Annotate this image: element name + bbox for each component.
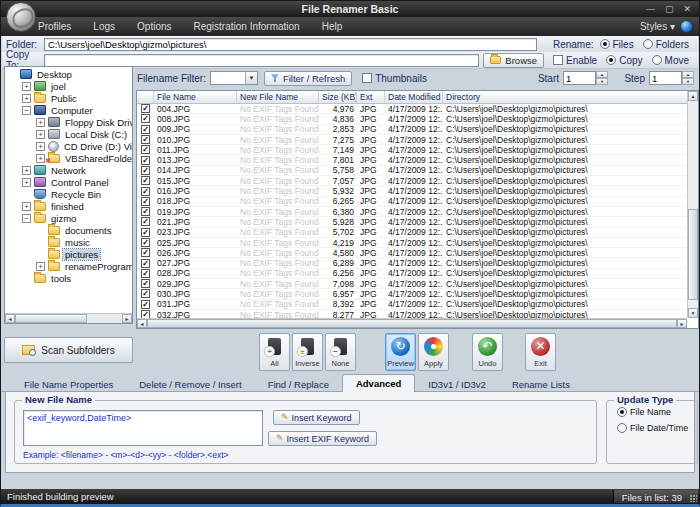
spin-up-icon[interactable]: ▲ (596, 71, 608, 78)
filename-filter-select[interactable]: ▼ (210, 71, 258, 85)
all-button[interactable]: All (259, 333, 290, 371)
table-row-018-jpg[interactable]: ✓018.JPGNo EXIF Tags Found6,265JPG4/17/2… (137, 197, 687, 207)
spin-down-icon[interactable]: ▼ (682, 78, 694, 85)
row-checkbox[interactable]: ✓ (141, 197, 150, 206)
column-header-file-name[interactable]: File Name (154, 91, 237, 104)
folders-radio[interactable] (643, 39, 653, 49)
row-checkbox[interactable]: ✓ (141, 289, 150, 298)
row-checkbox[interactable]: ✓ (141, 187, 150, 196)
tree-item-documents[interactable]: documents (5, 224, 132, 236)
column-header-ext[interactable]: Ext (357, 91, 385, 104)
expander-icon[interactable]: + (36, 142, 45, 151)
menu-item-help[interactable]: Help (311, 17, 354, 36)
table-row-023-jpg[interactable]: ✓023.JPGNo EXIF Tags Found5,702JPG4/17/2… (137, 228, 687, 238)
tree-item-floppy-disk-drive-a[interactable]: +Floppy Disk Drive (A:) (5, 116, 132, 128)
table-row-019-jpg[interactable]: ✓019.JPGNo EXIF Tags Found6,380JPG4/17/2… (137, 207, 687, 217)
none-button[interactable]: None (325, 333, 356, 371)
column-header-date-modified[interactable]: Date Modified (385, 91, 443, 104)
tree-item-music[interactable]: music (5, 236, 132, 248)
table-row-010-jpg[interactable]: ✓010.JPGNo EXIF Tags Found7,275JPG4/17/2… (137, 135, 687, 145)
table-row-028-jpg[interactable]: ✓028.JPGNo EXIF Tags Found6,256JPG4/17/2… (137, 269, 687, 279)
tab-id3v1-id3v2[interactable]: ID3v1 / ID3v2 (415, 376, 499, 392)
row-checkbox[interactable]: ✓ (141, 248, 150, 257)
table-row-030-jpg[interactable]: ✓030.JPGNo EXIF Tags Found6,957JPG4/17/2… (137, 289, 687, 299)
tree-item-cd-drive-d-virtualbox-guest[interactable]: +CD Drive (D:) VirtualBox Guest (5, 140, 132, 152)
expander-icon[interactable]: + (22, 202, 31, 211)
copy-to-input[interactable] (44, 54, 479, 67)
step-spinner[interactable]: ▲▼ (682, 71, 694, 85)
tab-rename-lists[interactable]: Rename Lists (499, 376, 583, 392)
copy-radio[interactable] (606, 55, 616, 65)
start-input[interactable] (563, 71, 596, 85)
scroll-right-icon[interactable]: ► (677, 319, 687, 328)
menu-item-options[interactable]: Options (126, 17, 182, 36)
table-row-032-jpg[interactable]: ✓032.JPGNo EXIF Tags Found8,277JPG4/17/2… (137, 310, 687, 318)
files-radio[interactable] (600, 39, 610, 49)
undo-button[interactable]: ↶Undo (472, 333, 503, 371)
column-header-new-file-name[interactable]: New File Name (237, 91, 319, 104)
expander-icon[interactable]: + (22, 178, 31, 187)
row-checkbox[interactable]: ✓ (141, 238, 150, 247)
table-row-008-jpg[interactable]: ✓008.JPGNo EXIF Tags Found4,836JPG4/17/2… (137, 114, 687, 124)
thumbnails-checkbox[interactable] (362, 73, 372, 83)
tree-item-desktop[interactable]: Desktop (5, 68, 132, 80)
tree-horizontal-scrollbar[interactable]: ◄ ► (5, 313, 132, 323)
table-row-009-jpg[interactable]: ✓009.JPGNo EXIF Tags Found2,853JPG4/17/2… (137, 125, 687, 135)
inverse-button[interactable]: Inverse (292, 333, 323, 371)
filter-refresh-button[interactable]: Filter / Refresh (264, 71, 352, 86)
table-row-021-jpg[interactable]: ✓021.JPGNo EXIF Tags Found5,928JPG4/17/2… (137, 217, 687, 227)
table-row-027-jpg[interactable]: ✓027.JPGNo EXIF Tags Found6,289JPG4/17/2… (137, 258, 687, 268)
expander-icon[interactable]: − (22, 106, 31, 115)
row-checkbox[interactable]: ✓ (141, 104, 150, 113)
tree-item-control-panel[interactable]: +Control Panel (5, 176, 132, 188)
grid-horizontal-scrollbar[interactable]: ◄ ► (137, 318, 687, 328)
row-checkbox[interactable]: ✓ (141, 125, 150, 134)
column-header-directory[interactable]: Directory (443, 91, 698, 104)
row-checkbox[interactable]: ✓ (141, 217, 150, 226)
tree-item-pictures[interactable]: pictures (5, 248, 132, 260)
spin-up-icon[interactable]: ▲ (682, 71, 694, 78)
expander-icon[interactable]: + (22, 94, 31, 103)
table-row-013-jpg[interactable]: ✓013.JPGNo EXIF Tags Found7,801JPG4/17/2… (137, 155, 687, 165)
menu-item-registration-information[interactable]: Registration Information (183, 17, 311, 36)
table-row-025-jpg[interactable]: ✓025.JPGNo EXIF Tags Found4,219JPG4/17/2… (137, 238, 687, 248)
scan-subfolders-button[interactable]: Scan Subfolders (4, 337, 133, 363)
tree-item-vbsharedfolder-vboxsvr-z[interactable]: +VBSharedFolder (\\vboxsvr) (Z (5, 152, 132, 164)
table-row-016-jpg[interactable]: ✓016.JPGNo EXIF Tags Found5,932JPG4/17/2… (137, 186, 687, 196)
scrollbar-thumb[interactable] (15, 314, 87, 323)
enable-checkbox[interactable] (553, 55, 563, 65)
expander-icon[interactable]: + (36, 130, 45, 139)
update-option-file-date-time[interactable]: File Date/Time (617, 423, 697, 433)
tree-item-computer[interactable]: −Computer (5, 104, 132, 116)
tree-item-recycle-bin[interactable]: Recycle Bin (5, 188, 132, 200)
insert-keyword-button[interactable]: ✎ Insert Keyword (273, 410, 360, 425)
table-row-004-jpg[interactable]: ✓004.JPGNo EXIF Tags Found4,976JPG4/17/2… (137, 104, 687, 114)
preview-button[interactable]: ↻Preview (385, 333, 416, 371)
column-header-size-kb[interactable]: Size (KB) (319, 91, 357, 104)
expander-icon[interactable]: + (36, 154, 45, 163)
resize-grip[interactable] (690, 495, 697, 502)
row-checkbox[interactable]: ✓ (141, 207, 150, 216)
tree-item-gizmo[interactable]: −gizmo (5, 212, 132, 224)
tab-delete-remove-insert[interactable]: Delete / Remove / Insert (126, 376, 254, 392)
tree-item-network[interactable]: +Network (5, 164, 132, 176)
new-file-name-pattern-input[interactable]: <exif_keyword,DateTime> (23, 410, 263, 446)
row-checkbox[interactable]: ✓ (141, 279, 150, 288)
tree-item-tools[interactable]: tools (5, 272, 132, 284)
minimize-icon[interactable]: — (646, 4, 655, 14)
row-checkbox[interactable]: ✓ (141, 259, 150, 268)
apply-button[interactable]: Apply (418, 333, 449, 371)
table-row-014-jpg[interactable]: ✓014.JPGNo EXIF Tags Found5,758JPG4/17/2… (137, 166, 687, 176)
spin-down-icon[interactable]: ▼ (596, 78, 608, 85)
row-checkbox[interactable]: ✓ (141, 176, 150, 185)
table-row-011-jpg[interactable]: ✓011.JPGNo EXIF Tags Found7,149JPG4/17/2… (137, 145, 687, 155)
grid-vertical-scrollbar[interactable]: ▲ ▼ (687, 91, 698, 318)
scroll-left-icon[interactable]: ◄ (5, 314, 15, 323)
tree-item-joel[interactable]: +joel (5, 80, 132, 92)
scroll-left-icon[interactable]: ◄ (137, 319, 147, 328)
maximize-icon[interactable]: ▢ (665, 4, 674, 14)
move-radio[interactable] (652, 55, 662, 65)
tab-advanced[interactable]: Advanced (342, 374, 415, 392)
start-spinner[interactable]: ▲▼ (596, 71, 608, 85)
folder-input[interactable] (44, 38, 537, 51)
